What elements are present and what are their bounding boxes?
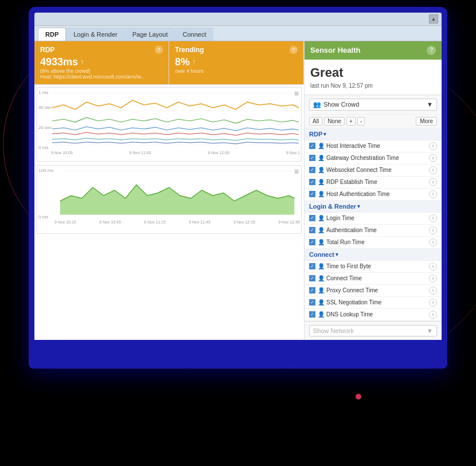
metric-action-btn-2[interactable]: i: [429, 154, 437, 162]
monitor-wrapper: ▲ RDP Login & Render Page Layout Connect: [14, 7, 462, 460]
trending-metric-card: Trending ? 8% ↑ over 4 hours: [169, 41, 304, 84]
metric-action-btn-4[interactable]: i: [429, 178, 437, 186]
metric-cb-ssl[interactable]: ✓: [309, 299, 315, 306]
crowd-dropdown[interactable]: 👥 Show Crowd ▼: [309, 99, 437, 111]
trending-card-header: Trending ?: [175, 46, 298, 54]
metric-name-dns-lookup: DNS Lookup Time: [326, 311, 429, 318]
metric-actions-8: i: [429, 238, 437, 246]
metric-name-login: Login Time: [326, 215, 429, 221]
rdp-group-arrow: ▾: [323, 131, 326, 137]
filter-none-btn[interactable]: None: [324, 117, 345, 126]
chart1-container: ≡ 1 ms 40 sec 20 sec 0 ms: [37, 87, 302, 162]
metric-action-btn-7[interactable]: i: [429, 226, 437, 234]
metric-cb-proxy-connect[interactable]: ✓: [309, 287, 315, 293]
chart2-y-bot: 0 ms: [38, 214, 48, 220]
metric-item-host-auth: ✓ 👤 Host Authentication Time i: [305, 189, 442, 201]
sensor-health-help-btn[interactable]: ?: [427, 46, 436, 55]
metric-actions-12: i: [429, 299, 437, 307]
trending-sub1: over 4 hours: [175, 68, 298, 74]
chart2-x-labels: 9 Nov 10:15 9 Nov 10:45 9 Nov 11:15 9 No…: [53, 220, 301, 224]
metric-actions-7: i: [429, 226, 437, 234]
metric-name-auth: Authentication Time: [326, 227, 429, 233]
metric-action-btn-12[interactable]: i: [429, 299, 437, 307]
metric-item-rdp-establish: ✓ 👤 RDP Establish Time i: [305, 177, 442, 189]
filter-bar: All None + - More: [305, 115, 442, 128]
metric-name-websocket: Websocket Connect Time: [326, 167, 429, 173]
metric-actions-11: i: [429, 287, 437, 295]
right-panel: Sensor Health ? Great last run Nov 9, 12…: [304, 41, 442, 340]
person-icon-1: 👤: [318, 143, 325, 149]
metric-action-btn-8[interactable]: i: [429, 238, 437, 246]
left-panel: RDP ? 4933ms ↑ (8% above the crowd) Host…: [34, 41, 304, 340]
sensor-health-title: Sensor Health: [310, 46, 360, 54]
rdp-group-header[interactable]: RDP ▾: [305, 128, 442, 140]
filter-all-btn[interactable]: All: [309, 117, 322, 126]
person-icon-6: 👤: [318, 215, 325, 221]
chart2-y-top: 100 ms: [38, 168, 53, 173]
filter-minus-btn[interactable]: -: [357, 117, 365, 126]
person-icon-5: 👤: [318, 191, 325, 197]
metric-action-btn-5[interactable]: i: [429, 190, 437, 198]
metric-cb-host-interactive[interactable]: ✓: [309, 143, 315, 149]
metric-actions-10: i: [429, 275, 437, 283]
monitor-stand-neck: [215, 340, 261, 357]
metric-name-rdp-establish: RDP Establish Time: [326, 179, 429, 185]
screen-collapse-btn[interactable]: ▲: [429, 14, 438, 24]
show-network-dropdown[interactable]: Show Network ▼: [309, 325, 437, 336]
trending-card-title: Trending: [175, 46, 204, 54]
crowd-selector: 👥 Show Crowd ▼: [305, 95, 442, 115]
tab-connect[interactable]: Connect: [175, 28, 213, 41]
tab-rdp[interactable]: RDP: [38, 28, 66, 41]
person-icon-13: 👤: [318, 311, 325, 318]
person-icon-10: 👤: [318, 275, 325, 281]
metric-cb-connect-time[interactable]: ✓: [309, 275, 315, 281]
login-render-group-header[interactable]: Login & Render ▾: [305, 201, 442, 213]
metric-action-btn-10[interactable]: i: [429, 275, 437, 283]
person-icon-8: 👤: [318, 239, 325, 245]
metric-action-btn-3[interactable]: i: [429, 166, 437, 174]
tab-login-render[interactable]: Login & Render: [66, 28, 124, 41]
metric-action-btn-6[interactable]: i: [429, 214, 437, 222]
metric-action-btn-1[interactable]: i: [429, 142, 437, 150]
metric-item-host-interactive: ✓ 👤 Host Interactive Time i: [305, 140, 442, 152]
person-icon-11: 👤: [318, 287, 325, 293]
chart2-svg: [53, 166, 301, 220]
metric-cb-total-run[interactable]: ✓: [309, 239, 315, 245]
metric-cb-login[interactable]: ✓: [309, 215, 315, 221]
monitor-stand-base: [181, 357, 295, 369]
chart1-y-top: 1 ms: [38, 90, 48, 95]
metric-action-btn-13[interactable]: i: [429, 311, 437, 319]
connect-group-header[interactable]: Connect ▾: [305, 249, 442, 261]
sensor-status: Great: [310, 65, 436, 80]
crowd-dropdown-icon: 👥 Show Crowd: [313, 101, 359, 108]
tab-page-layout[interactable]: Page Layout: [125, 28, 175, 41]
metric-name-time-first-byte: Time to First Byte: [326, 263, 429, 269]
metric-actions-1: i: [429, 142, 437, 150]
metric-item-total-run: ✓ 👤 Total Run Time i: [305, 237, 442, 249]
crowd-people-icon: 👥: [313, 101, 321, 108]
metric-cb-host-auth[interactable]: ✓: [309, 191, 315, 197]
metric-action-btn-9[interactable]: i: [429, 263, 437, 271]
filter-plus-btn[interactable]: +: [346, 117, 356, 126]
metric-actions-4: i: [429, 178, 437, 186]
metric-cb-websocket[interactable]: ✓: [309, 167, 315, 173]
metric-cb-dns-lookup[interactable]: ✓: [309, 311, 315, 318]
metric-groups: RDP ▾ ✓ 👤 Host Interactive Time i: [305, 128, 442, 321]
chart2-menu-icon[interactable]: ≡: [294, 167, 299, 176]
metric-name-proxy-connect: Proxy Connect Time: [326, 287, 429, 293]
metric-actions-3: i: [429, 166, 437, 174]
rdp-help-btn[interactable]: ?: [155, 46, 163, 54]
metric-action-btn-11[interactable]: i: [429, 287, 437, 295]
metric-item-gateway: ✓ 👤 Gateway Orchestration Time i: [305, 152, 442, 165]
trending-metric-value: 8% ↑: [175, 56, 298, 68]
metric-cb-gateway[interactable]: ✓: [309, 155, 315, 161]
chart1-menu-icon[interactable]: ≡: [294, 89, 299, 98]
filter-more-btn[interactable]: More: [416, 117, 437, 126]
trending-help-btn[interactable]: ?: [290, 46, 298, 54]
metric-cb-rdp-establish[interactable]: ✓: [309, 179, 315, 185]
metric-cb-time-first-byte[interactable]: ✓: [309, 263, 315, 269]
person-icon-7: 👤: [318, 227, 325, 233]
metric-cb-auth[interactable]: ✓: [309, 227, 315, 233]
rdp-sub1: (8% above the crowd): [40, 68, 163, 74]
monitor-frame: ▲ RDP Login & Render Page Layout Connect: [29, 7, 447, 369]
